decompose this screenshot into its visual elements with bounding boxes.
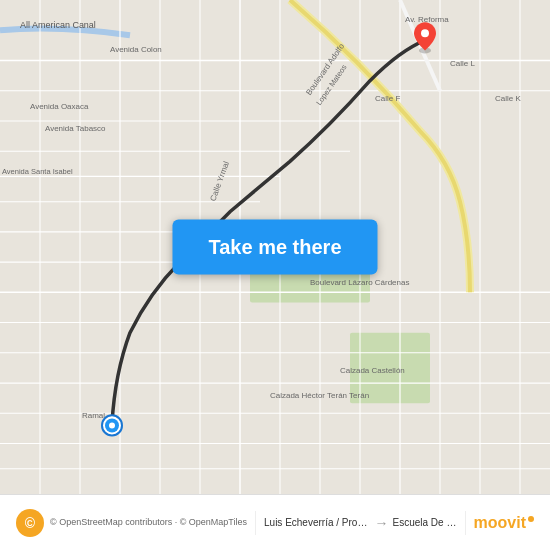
svg-point-52 — [109, 422, 115, 428]
svg-text:Avenida Tabasco: Avenida Tabasco — [45, 124, 106, 133]
svg-point-49 — [421, 29, 429, 37]
moovit-brand-text: moovit — [474, 514, 526, 532]
svg-text:Calzada Héctor Terán Terán: Calzada Héctor Terán Terán — [270, 391, 369, 400]
svg-text:Avenida Santa Isabel: Avenida Santa Isabel — [2, 167, 73, 176]
svg-text:Calle K: Calle K — [495, 94, 521, 103]
svg-text:Avenida Colon: Avenida Colon — [110, 45, 162, 54]
moovit-logo-circle: © — [16, 509, 44, 537]
svg-text:All American Canal: All American Canal — [20, 20, 96, 30]
moovit-logo-area: © © OpenStreetMap contributors · © OpenM… — [8, 505, 255, 541]
moovit-brand: moovit — [466, 510, 542, 536]
svg-text:Calle F: Calle F — [375, 94, 400, 103]
route-info: Luis Echeverría / Progreso Na... → Escue… — [255, 511, 466, 535]
route-to: Escuela De Enfer... — [392, 517, 456, 528]
app: All American Canal Avenida Colon Avenida… — [0, 0, 550, 550]
route-arrow: → — [370, 515, 392, 531]
svg-text:Avenida Oaxaca: Avenida Oaxaca — [30, 102, 89, 111]
svg-text:Ramal: Ramal — [82, 411, 105, 420]
bottom-bar: © © OpenStreetMap contributors · © OpenM… — [0, 494, 550, 550]
take-me-there-button[interactable]: Take me there — [172, 220, 377, 275]
attribution-text: © OpenStreetMap contributors · © OpenMap… — [50, 517, 247, 529]
map-container: All American Canal Avenida Colon Avenida… — [0, 0, 550, 494]
svg-text:Calzada Castellón: Calzada Castellón — [340, 366, 405, 375]
route-from: Luis Echeverría / Progreso Na... — [264, 517, 370, 528]
svg-text:Boulevard Lázaro Cárdenas: Boulevard Lázaro Cárdenas — [310, 278, 409, 287]
moovit-brand-dot — [528, 516, 534, 522]
svg-text:Calle L: Calle L — [450, 59, 475, 68]
